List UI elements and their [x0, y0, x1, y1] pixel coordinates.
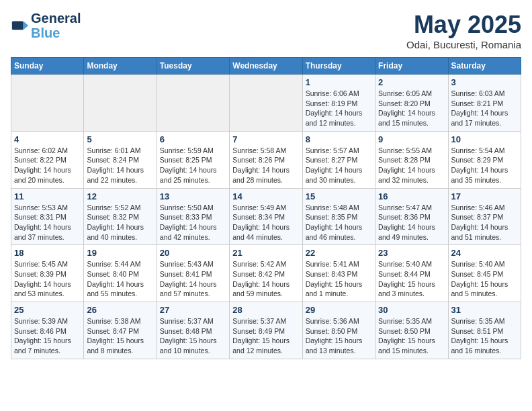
calendar-cell: 13Sunrise: 5:50 AM Sunset: 8:33 PM Dayli…: [157, 188, 229, 245]
day-number: 19: [87, 248, 153, 258]
day-info: Sunrise: 5:39 AM Sunset: 8:46 PM Dayligh…: [14, 316, 81, 356]
day-info: Sunrise: 5:47 AM Sunset: 8:36 PM Dayligh…: [378, 203, 445, 242]
day-number: 5: [87, 134, 153, 144]
day-info: Sunrise: 5:58 AM Sunset: 8:26 PM Dayligh…: [232, 146, 299, 185]
day-number: 21: [232, 248, 299, 258]
day-number: 11: [14, 191, 81, 201]
calendar-week-2: 4Sunrise: 6:02 AM Sunset: 8:22 PM Daylig…: [11, 131, 521, 188]
day-info: Sunrise: 5:35 AM Sunset: 8:50 PM Dayligh…: [378, 316, 445, 356]
weekday-monday: Monday: [84, 58, 157, 75]
calendar-cell: 31Sunrise: 5:35 AM Sunset: 8:51 PM Dayli…: [448, 302, 521, 359]
calendar-cell: 25Sunrise: 5:39 AM Sunset: 8:46 PM Dayli…: [11, 302, 84, 359]
day-number: 2: [378, 77, 445, 87]
logo-icon: [11, 16, 30, 35]
calendar-cell: 4Sunrise: 6:02 AM Sunset: 8:22 PM Daylig…: [11, 131, 84, 188]
day-number: 24: [451, 248, 518, 258]
weekday-saturday: Saturday: [448, 58, 521, 75]
day-info: Sunrise: 5:52 AM Sunset: 8:32 PM Dayligh…: [87, 203, 153, 242]
day-number: 12: [87, 191, 153, 201]
day-info: Sunrise: 5:59 AM Sunset: 8:25 PM Dayligh…: [160, 146, 226, 185]
title-block: May 2025 Odai, Bucuresti, Romania: [406, 11, 521, 50]
day-info: Sunrise: 5:49 AM Sunset: 8:34 PM Dayligh…: [232, 203, 299, 242]
calendar-header: SundayMondayTuesdayWednesdayThursdayFrid…: [11, 58, 521, 75]
calendar-cell: 18Sunrise: 5:45 AM Sunset: 8:39 PM Dayli…: [11, 245, 84, 302]
day-info: Sunrise: 5:54 AM Sunset: 8:29 PM Dayligh…: [451, 146, 518, 185]
day-info: Sunrise: 5:40 AM Sunset: 8:45 PM Dayligh…: [451, 259, 518, 299]
calendar-cell: 7Sunrise: 5:58 AM Sunset: 8:26 PM Daylig…: [230, 131, 302, 188]
weekday-wednesday: Wednesday: [230, 58, 302, 75]
calendar-cell: 8Sunrise: 5:57 AM Sunset: 8:27 PM Daylig…: [302, 131, 375, 188]
day-number: 28: [232, 305, 299, 315]
day-info: Sunrise: 5:42 AM Sunset: 8:42 PM Dayligh…: [232, 259, 299, 299]
calendar-cell: 12Sunrise: 5:52 AM Sunset: 8:32 PM Dayli…: [84, 188, 157, 245]
day-number: 23: [378, 248, 445, 258]
day-number: 17: [451, 191, 518, 201]
calendar-cell: 26Sunrise: 5:38 AM Sunset: 8:47 PM Dayli…: [84, 302, 157, 359]
day-info: Sunrise: 6:01 AM Sunset: 8:24 PM Dayligh…: [87, 146, 153, 185]
calendar-cell: 3Sunrise: 6:03 AM Sunset: 8:21 PM Daylig…: [448, 75, 521, 132]
day-number: 7: [232, 134, 299, 144]
calendar-cell: 15Sunrise: 5:48 AM Sunset: 8:35 PM Dayli…: [302, 188, 375, 245]
day-info: Sunrise: 6:02 AM Sunset: 8:22 PM Dayligh…: [14, 146, 81, 185]
calendar-cell: 16Sunrise: 5:47 AM Sunset: 8:36 PM Dayli…: [375, 188, 448, 245]
calendar-cell: 14Sunrise: 5:49 AM Sunset: 8:34 PM Dayli…: [230, 188, 302, 245]
calendar-cell: 17Sunrise: 5:46 AM Sunset: 8:37 PM Dayli…: [448, 188, 521, 245]
day-number: 31: [451, 305, 518, 315]
calendar-week-5: 25Sunrise: 5:39 AM Sunset: 8:46 PM Dayli…: [11, 302, 521, 359]
day-number: 4: [14, 134, 81, 144]
calendar-table: SundayMondayTuesdayWednesdayThursdayFrid…: [11, 57, 521, 359]
weekday-header-row: SundayMondayTuesdayWednesdayThursdayFrid…: [11, 58, 521, 75]
calendar-cell: 27Sunrise: 5:37 AM Sunset: 8:48 PM Dayli…: [157, 302, 229, 359]
calendar-week-4: 18Sunrise: 5:45 AM Sunset: 8:39 PM Dayli…: [11, 245, 521, 302]
day-info: Sunrise: 5:45 AM Sunset: 8:39 PM Dayligh…: [14, 259, 81, 299]
day-info: Sunrise: 5:44 AM Sunset: 8:40 PM Dayligh…: [87, 259, 153, 299]
calendar-cell: 19Sunrise: 5:44 AM Sunset: 8:40 PM Dayli…: [84, 245, 157, 302]
day-number: 3: [451, 77, 518, 87]
calendar-cell: [157, 75, 229, 132]
day-info: Sunrise: 5:53 AM Sunset: 8:31 PM Dayligh…: [14, 203, 81, 242]
calendar-cell: 20Sunrise: 5:43 AM Sunset: 8:41 PM Dayli…: [157, 245, 229, 302]
calendar-body: 1Sunrise: 6:06 AM Sunset: 8:19 PM Daylig…: [11, 75, 521, 359]
month-title: May 2025: [406, 11, 521, 39]
day-info: Sunrise: 5:50 AM Sunset: 8:33 PM Dayligh…: [160, 203, 226, 242]
day-info: Sunrise: 5:57 AM Sunset: 8:27 PM Dayligh…: [306, 146, 372, 185]
calendar-cell: 22Sunrise: 5:41 AM Sunset: 8:43 PM Dayli…: [302, 245, 375, 302]
day-info: Sunrise: 6:06 AM Sunset: 8:19 PM Dayligh…: [306, 89, 372, 128]
svg-rect-0: [12, 21, 24, 30]
day-number: 14: [232, 191, 299, 201]
location-subtitle: Odai, Bucuresti, Romania: [406, 39, 521, 50]
day-info: Sunrise: 5:35 AM Sunset: 8:51 PM Dayligh…: [451, 316, 518, 356]
calendar-cell: 1Sunrise: 6:06 AM Sunset: 8:19 PM Daylig…: [302, 75, 375, 132]
calendar-cell: 21Sunrise: 5:42 AM Sunset: 8:42 PM Dayli…: [230, 245, 302, 302]
day-info: Sunrise: 5:43 AM Sunset: 8:41 PM Dayligh…: [160, 259, 226, 299]
calendar-cell: 2Sunrise: 6:05 AM Sunset: 8:20 PM Daylig…: [375, 75, 448, 132]
svg-marker-1: [24, 21, 28, 30]
day-number: 22: [306, 248, 372, 258]
logo: General Blue: [11, 11, 81, 40]
calendar-cell: 29Sunrise: 5:36 AM Sunset: 8:50 PM Dayli…: [302, 302, 375, 359]
day-info: Sunrise: 5:41 AM Sunset: 8:43 PM Dayligh…: [306, 259, 372, 299]
calendar-cell: 9Sunrise: 5:55 AM Sunset: 8:28 PM Daylig…: [375, 131, 448, 188]
day-number: 6: [160, 134, 226, 144]
calendar-cell: [84, 75, 157, 132]
day-number: 9: [378, 134, 445, 144]
day-info: Sunrise: 5:46 AM Sunset: 8:37 PM Dayligh…: [451, 203, 518, 242]
day-info: Sunrise: 5:38 AM Sunset: 8:47 PM Dayligh…: [87, 316, 153, 356]
day-number: 25: [14, 305, 81, 315]
day-info: Sunrise: 5:37 AM Sunset: 8:49 PM Dayligh…: [232, 316, 299, 356]
calendar-cell: 24Sunrise: 5:40 AM Sunset: 8:45 PM Dayli…: [448, 245, 521, 302]
calendar-cell: 11Sunrise: 5:53 AM Sunset: 8:31 PM Dayli…: [11, 188, 84, 245]
day-number: 13: [160, 191, 226, 201]
day-number: 8: [306, 134, 372, 144]
calendar-cell: 5Sunrise: 6:01 AM Sunset: 8:24 PM Daylig…: [84, 131, 157, 188]
day-number: 29: [306, 305, 372, 315]
weekday-thursday: Thursday: [302, 58, 375, 75]
day-info: Sunrise: 5:37 AM Sunset: 8:48 PM Dayligh…: [160, 316, 226, 356]
day-info: Sunrise: 5:36 AM Sunset: 8:50 PM Dayligh…: [306, 316, 372, 356]
calendar-week-1: 1Sunrise: 6:06 AM Sunset: 8:19 PM Daylig…: [11, 75, 521, 132]
day-info: Sunrise: 5:48 AM Sunset: 8:35 PM Dayligh…: [306, 203, 372, 242]
calendar-cell: 6Sunrise: 5:59 AM Sunset: 8:25 PM Daylig…: [157, 131, 229, 188]
day-number: 1: [306, 77, 372, 87]
day-number: 26: [87, 305, 153, 315]
logo-line2: Blue: [31, 26, 81, 40]
